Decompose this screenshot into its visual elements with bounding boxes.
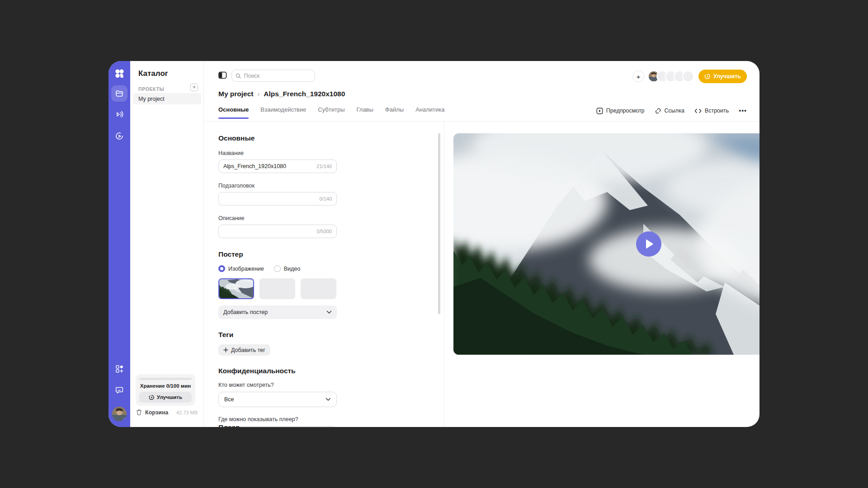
title-input[interactable]: [223, 163, 314, 169]
who-can-watch-label: Кто может смотреть?: [218, 382, 337, 388]
description-input[interactable]: [223, 228, 314, 235]
subtitle-field: 0/140: [218, 192, 337, 206]
kinescope-logo-icon: [113, 68, 125, 80]
sidebar-item-recorder[interactable]: [114, 131, 124, 141]
storage-card: Хранение 0/100 мин Улучшить: [136, 374, 195, 406]
description-field: 0/5000: [218, 225, 337, 238]
title-counter: 21/140: [316, 164, 332, 169]
tab-main[interactable]: Основные: [218, 106, 249, 119]
next-section-partial-title: Плеер: [218, 423, 240, 427]
video-frame-mountains: [453, 133, 760, 355]
primary-sidebar: [108, 61, 130, 427]
page-actions: Предпросмотр Ссылка Встроить •••: [596, 107, 747, 114]
add-poster-label: Добавить постер: [223, 309, 268, 315]
catalog-panel: Каталог ПРОЕКТЫ + My project: [130, 61, 204, 427]
subtitle-counter: 0/140: [319, 196, 332, 202]
chevron-down-icon: [326, 310, 332, 314]
sidebar-item-live[interactable]: [114, 109, 124, 119]
user-avatar: [112, 407, 127, 421]
breadcrumb-current: Alps_French_1920x1080: [264, 90, 345, 98]
tab-subtitles[interactable]: Субтитры: [318, 106, 344, 119]
poster-thumbnail-empty[interactable]: [301, 278, 336, 299]
section-privacy-title: Конфиденциальность: [218, 367, 337, 375]
invite-member-button[interactable]: +: [632, 70, 644, 82]
support-chat-icon: [115, 385, 124, 394]
breadcrumb-separator: ›: [258, 90, 260, 98]
more-actions-button[interactable]: •••: [739, 107, 747, 114]
who-can-watch-select[interactable]: Все: [218, 392, 337, 407]
column-divider: [444, 122, 444, 427]
sidebar-item-my-project[interactable]: My project: [133, 93, 201, 104]
poster-thumbnail-selected[interactable]: [218, 278, 254, 299]
app-window: Каталог ПРОЕКТЫ + My project Хранение 0/…: [108, 61, 760, 427]
storage-label: Хранение 0/100 мин: [139, 383, 192, 389]
tab-analytics[interactable]: Аналитика: [415, 106, 444, 119]
sidebar-item-support[interactable]: [115, 385, 124, 394]
title-field-label: Название: [218, 150, 337, 156]
catalog-title: Каталог: [138, 69, 168, 78]
subtitle-input[interactable]: [223, 196, 316, 202]
search-bar[interactable]: [231, 70, 315, 82]
folder-icon: [115, 89, 124, 98]
trash-link[interactable]: Корзина 42.73 MB: [136, 409, 198, 416]
upgrade-button[interactable]: Улучшить: [698, 70, 747, 83]
top-right-cluster: + Улучшить: [632, 70, 747, 83]
search-input[interactable]: [244, 73, 311, 79]
projects-section-label: ПРОЕКТЫ: [138, 86, 164, 92]
form-scrollbar[interactable]: [438, 133, 440, 314]
settings-form: Основные Название 21/140 Подзаголовок 0/…: [218, 122, 337, 427]
sidebar-item-apps[interactable]: [115, 364, 124, 373]
add-project-button[interactable]: +: [190, 84, 198, 91]
title-field: 21/140: [218, 160, 337, 173]
project-label: My project: [138, 96, 165, 102]
link-label: Ссылка: [665, 108, 684, 114]
storage-progress-bar: [139, 378, 192, 380]
sidebar-toggle-icon: [218, 71, 227, 79]
search-icon: [236, 73, 241, 79]
play-icon: [645, 239, 654, 249]
tab-interaction[interactable]: Взаимодействие: [260, 106, 306, 119]
play-square-icon: [596, 108, 603, 114]
apps-add-icon: [115, 364, 124, 373]
radio-unselected-icon: [274, 265, 281, 272]
avatar-empty: [682, 70, 694, 82]
collapse-sidebar-button[interactable]: [218, 71, 227, 79]
section-tags-title: Теги: [218, 331, 337, 339]
preview-button[interactable]: Предпросмотр: [596, 108, 645, 114]
radio-video-label: Видео: [284, 266, 301, 272]
sidebar-item-projects[interactable]: [111, 85, 127, 102]
player-where-label: Где можно показывать плеер?: [218, 416, 337, 422]
subtitle-field-label: Подзаголовок: [218, 183, 337, 189]
storage-upgrade-label: Улучшить: [157, 394, 182, 400]
tab-chapters[interactable]: Главы: [356, 106, 373, 119]
tab-bar: Основные Взаимодействие Субтитры Главы Ф…: [218, 106, 445, 119]
description-field-label: Описание: [218, 215, 337, 221]
link-button[interactable]: Ссылка: [655, 108, 684, 114]
chevron-down-icon: [326, 398, 331, 401]
video-preview: [453, 133, 760, 355]
radio-poster-image[interactable]: Изображение: [218, 265, 264, 272]
poster-thumbnail-empty[interactable]: [259, 278, 295, 299]
section-main-title: Основные: [218, 134, 337, 142]
radio-selected-icon: [218, 265, 225, 272]
add-poster-dropdown[interactable]: Добавить постер: [218, 305, 337, 319]
add-tag-button[interactable]: Добавить тег: [218, 344, 270, 356]
screen-recorder-icon: [114, 131, 124, 141]
live-stream-icon: [114, 109, 124, 119]
embed-button[interactable]: Встроить: [694, 108, 729, 114]
description-counter: 0/5000: [316, 229, 332, 234]
trash-size: 42.73 MB: [176, 410, 198, 415]
radio-poster-video[interactable]: Видео: [274, 265, 301, 272]
breadcrumb-project[interactable]: My project: [218, 90, 254, 98]
boost-icon: [149, 394, 155, 400]
user-menu[interactable]: [112, 407, 127, 421]
breadcrumb: My project › Alps_French_1920x1080: [218, 90, 345, 98]
team-avatars: [648, 70, 694, 82]
plus-icon: [223, 347, 228, 352]
upgrade-label: Улучшить: [713, 73, 741, 80]
storage-upgrade-button[interactable]: Улучшить: [139, 392, 192, 403]
play-button[interactable]: [636, 231, 661, 257]
embed-label: Встроить: [705, 108, 729, 114]
online-status-dot: [123, 418, 127, 421]
tab-files[interactable]: Файлы: [385, 106, 404, 119]
